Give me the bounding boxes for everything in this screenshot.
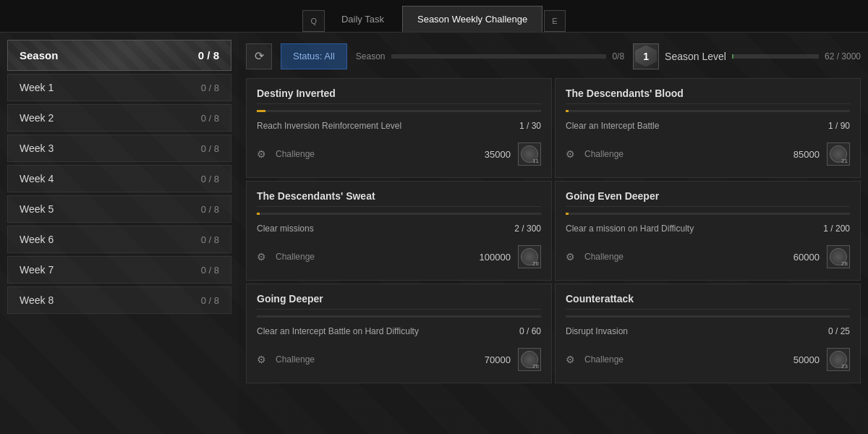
quest-card-5: Counterattack Disrupt Invasion 0 / 25 ⚙ … — [555, 284, 861, 383]
quest-count-5: 0 / 25 — [828, 326, 850, 336]
quest-count-1: 1 / 90 — [828, 121, 850, 131]
reward-amount-2: 100000 — [480, 252, 511, 263]
quest-count-4: 0 / 60 — [519, 326, 541, 336]
sidebar-week-2[interactable]: Week 2 0 / 8 — [7, 104, 231, 132]
right-panel: ⟳ Status: All Season 0/8 1 Season Level — [239, 33, 868, 434]
quest-progress-bar-3 — [566, 213, 850, 215]
sidebar-week-5[interactable]: Week 5 0 / 8 — [7, 195, 231, 223]
week2-count: 0 / 8 — [201, 113, 219, 124]
sidebar-week-1[interactable]: Week 1 0 / 8 — [7, 74, 231, 101]
quest-count-3: 1 / 200 — [823, 224, 850, 234]
quest-task-row-5: Disrupt Invasion 0 / 25 — [566, 322, 850, 341]
item-count-1: 21 — [841, 158, 848, 164]
season-level-fill — [732, 54, 733, 59]
week5-label: Week 5 — [20, 203, 54, 215]
tab-weekly-challenge[interactable]: Season Weekly Challenge — [402, 6, 542, 32]
reward-item-3: 28 — [827, 245, 850, 268]
quest-task-row-0: Reach Inversion Reinforcement Level 1 / … — [257, 116, 541, 135]
quest-task-label-2: Clear missions — [257, 224, 314, 234]
quest-scroll-container[interactable]: Destiny Inverted Reach Inversion Reinfor… — [246, 78, 861, 427]
week6-label: Week 6 — [20, 234, 54, 245]
week1-count: 0 / 8 — [201, 82, 219, 93]
week4-label: Week 4 — [20, 173, 54, 184]
reward-amount-1: 85000 — [793, 149, 820, 160]
top-nav: Q Daily Task Season Weekly Challenge E — [0, 0, 868, 33]
season-level-track — [732, 54, 819, 59]
tab-daily-task[interactable]: Daily Task — [326, 6, 399, 32]
quest-progress-bar-0 — [257, 110, 541, 112]
quest-task-label-5: Disrupt Invasion — [566, 326, 628, 336]
e-button[interactable]: E — [544, 10, 565, 32]
quest-title-4: Going Deeper — [257, 293, 541, 310]
week7-count: 0 / 8 — [201, 265, 219, 276]
quest-task-label-1: Clear an Intercept Battle — [566, 121, 659, 131]
sidebar-week-6[interactable]: Week 6 0 / 8 — [7, 226, 231, 253]
week7-label: Week 7 — [20, 264, 54, 276]
quest-reward-row-3: ⚙ Challenge 60000 28 — [566, 242, 850, 271]
week4-count: 0 / 8 — [201, 174, 219, 184]
item-count-0: 11 — [532, 158, 539, 164]
quest-task-label-3: Clear a mission on Hard Difficulty — [566, 224, 694, 234]
reward-amount-4: 70000 — [485, 354, 511, 365]
quest-title-3: Going Even Deeper — [566, 190, 850, 207]
quest-reward-row-2: ⚙ Challenge 100000 26 — [257, 242, 541, 271]
week1-label: Week 1 — [20, 82, 54, 93]
challenge-label-2: Challenge — [276, 252, 315, 262]
status-filter-label: Status: All — [293, 51, 335, 61]
reward-item-2: 26 — [518, 245, 541, 268]
week3-count: 0 / 8 — [201, 143, 219, 154]
quest-title-5: Counterattack — [566, 293, 850, 310]
week8-label: Week 8 — [20, 294, 54, 306]
quest-title-1: The Descendants' Blood — [566, 88, 850, 104]
week3-label: Week 3 — [20, 142, 54, 154]
quest-progress-fill-3 — [566, 213, 569, 215]
q-button[interactable]: Q — [302, 10, 325, 32]
gear-icon-2: ⚙ — [257, 251, 268, 263]
gear-icon-5: ⚙ — [566, 354, 577, 365]
week2-label: Week 2 — [20, 112, 54, 124]
challenge-label-3: Challenge — [584, 252, 624, 262]
quest-task-label-0: Reach Inversion Reinforcement Level — [257, 121, 401, 131]
sidebar: Season 0 / 8 Week 1 0 / 8 Week 2 0 / 8 W… — [0, 33, 239, 434]
reward-item-1: 21 — [827, 142, 850, 166]
quest-progress-bar-2 — [257, 213, 541, 215]
sidebar-week-3[interactable]: Week 3 0 / 8 — [7, 135, 231, 162]
quest-card-4: Going Deeper Clear an Intercept Battle o… — [246, 284, 552, 383]
quest-reward-row-4: ⚙ Challenge 70000 26 — [257, 345, 541, 374]
sidebar-week-4[interactable]: Week 4 0 / 8 — [7, 165, 231, 192]
item-count-5: 23 — [841, 363, 848, 370]
challenge-label-0: Challenge — [276, 149, 315, 159]
sidebar-week-8[interactable]: Week 8 0 / 8 — [7, 286, 231, 314]
reward-amount-3: 60000 — [793, 252, 820, 263]
refresh-button[interactable]: ⟳ — [246, 43, 272, 69]
season-level-value: 62 / 3000 — [825, 51, 861, 61]
quest-reward-row-0: ⚙ Challenge 35000 11 — [257, 140, 541, 169]
quest-task-row-1: Clear an Intercept Battle 1 / 90 — [566, 116, 850, 135]
challenge-label-4: Challenge — [276, 354, 315, 365]
week5-count: 0 / 8 — [201, 204, 219, 215]
reward-amount-0: 35000 — [485, 149, 511, 160]
season-progress-label: Season — [356, 51, 386, 61]
gear-icon-4: ⚙ — [257, 354, 268, 365]
quest-progress-bar-4 — [257, 315, 541, 318]
quest-title-2: The Descendants' Sweat — [257, 190, 541, 207]
quest-progress-fill-2 — [257, 213, 260, 215]
item-count-3: 28 — [841, 260, 848, 267]
quest-task-row-4: Clear an Intercept Battle on Hard Diffic… — [257, 322, 541, 341]
season-level-label: Season Level — [665, 51, 726, 62]
quest-count-2: 2 / 300 — [514, 224, 541, 234]
sidebar-week-7[interactable]: Week 7 0 / 8 — [7, 256, 231, 284]
item-count-4: 26 — [532, 363, 539, 370]
season-progress-track — [391, 54, 607, 59]
level-icon-num: 1 — [643, 51, 649, 62]
quest-progress-bar-5 — [566, 315, 850, 318]
quest-reward-row-5: ⚙ Challenge 50000 23 — [566, 345, 850, 374]
reward-amount-5: 50000 — [793, 354, 820, 365]
challenge-label-1: Challenge — [584, 149, 624, 159]
season-progress-area: Season 0/8 — [356, 51, 624, 61]
season-label: Season — [20, 49, 58, 61]
season-level-icon: 1 — [633, 43, 659, 69]
status-filter[interactable]: Status: All — [281, 43, 347, 69]
sidebar-season[interactable]: Season 0 / 8 — [7, 40, 231, 71]
reward-item-5: 23 — [827, 348, 850, 371]
